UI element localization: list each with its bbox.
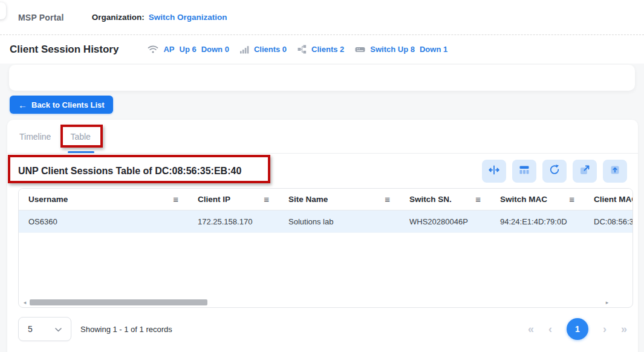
stat-ap-down: Down 0	[201, 45, 229, 54]
refresh-button[interactable]	[542, 160, 567, 183]
column-label: Site Name	[288, 195, 328, 204]
columns-button[interactable]	[512, 160, 536, 183]
stat-ap-up: Up 6	[180, 45, 197, 54]
cell-username: OS6360	[19, 217, 188, 226]
pagination: « ‹ 1 › »	[528, 318, 627, 340]
signal-bars-icon	[240, 45, 249, 54]
stat-switch-down: Down 1	[420, 45, 447, 54]
column-header-switch-sn[interactable]: Switch SN. ≡	[400, 194, 490, 204]
column-header-client-ip[interactable]: Client IP ≡	[188, 194, 279, 204]
column-header-username[interactable]: Username ≡	[19, 194, 188, 204]
top-navigation-bar: MSP Portal Organization: Switch Organiza…	[0, 0, 644, 35]
column-menu-icon[interactable]: ≡	[385, 194, 390, 204]
organization-label: Organization:	[92, 13, 145, 22]
sidebar-toggle[interactable]	[0, 2, 6, 19]
column-label: Client MAC	[594, 195, 633, 204]
column-label: Switch SN.	[409, 195, 452, 204]
topology-icon	[298, 45, 307, 54]
page-size-value: 5	[28, 324, 33, 334]
table-inner: Username ≡ Client IP ≡ Site Name ≡ Switc…	[19, 189, 633, 233]
fit-columns-icon	[488, 164, 500, 178]
refresh-icon	[548, 164, 561, 178]
scroll-right-arrow-icon[interactable]: ▸	[603, 299, 611, 306]
column-label: Client IP	[198, 195, 230, 204]
column-menu-icon[interactable]: ≡	[173, 194, 178, 204]
cell-switch-mac: 94:24:E1:4D:79:0D	[490, 217, 584, 226]
column-menu-icon[interactable]: ≡	[475, 194, 481, 204]
column-label: Username	[28, 195, 68, 204]
column-label: Switch MAC	[500, 195, 547, 204]
table-footer: 5 Showing 1 - 1 of 1 records « ‹ 1 › »	[18, 317, 627, 341]
page-header: Client Session History AP Up 6 Down 0 Cl…	[0, 35, 644, 64]
chevron-down-icon	[55, 324, 62, 334]
export-button[interactable]	[603, 160, 627, 183]
open-external-button[interactable]	[573, 160, 597, 183]
tab-table[interactable]: Table	[70, 132, 90, 142]
export-icon	[609, 164, 621, 178]
cell-client-ip: 172.25.158.170	[188, 217, 279, 226]
first-page-icon[interactable]: «	[528, 324, 534, 334]
current-page-button[interactable]: 1	[567, 318, 588, 340]
cell-client-mac: DC:08:56:35:EB:40	[584, 217, 633, 226]
stat-switch-up: Switch Up 8	[370, 45, 415, 54]
table-title: UNP Client Sessions Table of DC:08:56:35…	[18, 166, 241, 177]
previous-page-icon[interactable]: ‹	[548, 324, 552, 334]
back-button-label: Back to Clients List	[31, 100, 105, 109]
columns-icon	[518, 164, 530, 178]
main-content: ← Back to Clients List Timeline Table UN…	[0, 64, 644, 352]
cell-site-name: Solutions lab	[279, 217, 400, 226]
back-to-clients-button[interactable]: ← Back to Clients List	[10, 96, 113, 114]
column-header-client-mac[interactable]: Client MAC ≡	[584, 194, 633, 204]
session-history-card: Timeline Table UNP Client Sessions Table…	[7, 120, 638, 352]
switch-icon	[355, 46, 365, 53]
table-title-row: UNP Client Sessions Table of DC:08:56:35…	[7, 154, 638, 188]
last-page-icon[interactable]: »	[621, 324, 627, 334]
status-summary: AP Up 6 Down 0 Clients 0 Clients 2	[148, 45, 447, 54]
organization-link[interactable]: Switch Organization	[149, 13, 227, 22]
column-header-switch-mac[interactable]: Switch MAC ≡	[490, 194, 584, 204]
next-page-icon[interactable]: ›	[603, 324, 607, 334]
back-arrow-icon: ←	[18, 100, 27, 109]
column-menu-icon[interactable]: ≡	[569, 194, 574, 204]
table-row[interactable]: OS6360 172.25.158.170 Solutions lab WHS2…	[19, 210, 633, 233]
page-title: Client Session History	[10, 44, 119, 56]
brand-title: MSP Portal	[18, 13, 64, 22]
filter-card	[9, 65, 635, 91]
horizontal-scrollbar: ◂ ▸	[20, 299, 631, 306]
cell-switch-sn: WHS20280046P	[400, 217, 490, 226]
column-header-site-name[interactable]: Site Name ≡	[279, 194, 400, 204]
open-external-icon	[579, 164, 591, 178]
scrollbar-thumb[interactable]	[30, 299, 207, 305]
records-summary: Showing 1 - 1 of 1 records	[80, 325, 172, 334]
stat-ap-label: AP	[163, 45, 174, 54]
fit-columns-button[interactable]	[482, 160, 506, 183]
table-header-row: Username ≡ Client IP ≡ Site Name ≡ Switc…	[19, 189, 633, 210]
tab-timeline[interactable]: Timeline	[19, 132, 51, 142]
stat-wireless-clients: Clients 0	[254, 45, 287, 54]
table-toolbar	[482, 160, 627, 183]
column-menu-icon[interactable]: ≡	[264, 194, 269, 204]
sessions-table: Username ≡ Client IP ≡ Site Name ≡ Switc…	[18, 188, 633, 308]
scroll-left-arrow-icon[interactable]: ◂	[21, 299, 28, 306]
stat-wired-clients: Clients 2	[311, 45, 344, 54]
active-tab-indicator	[68, 151, 94, 153]
wifi-icon	[148, 45, 158, 54]
page-size-select[interactable]: 5	[18, 317, 71, 341]
tab-bar: Timeline Table	[7, 120, 638, 154]
